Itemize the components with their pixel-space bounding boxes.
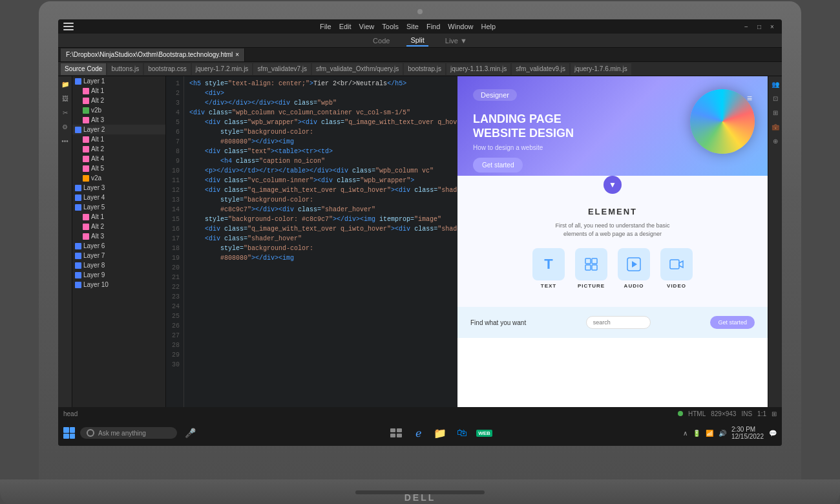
tree-item-alt4[interactable]: Alt 4 [72,154,165,163]
tree-item-alt3-1[interactable]: Alt 3 [72,115,165,125]
volume-icon[interactable]: 🔊 [719,430,726,437]
tree-item-layer5[interactable]: Layer 5 [72,202,165,212]
source-tab-1[interactable]: buttons.js [107,63,143,75]
notification-icon[interactable]: 💬 [769,430,777,437]
taskbar-chevron[interactable]: ∧ [683,430,688,437]
edge-icon[interactable]: ℯ [410,425,426,441]
dell-logo: DELL [404,492,436,503]
menu-edit[interactable]: Edit [339,23,352,30]
tree-item-alt1-5[interactable]: Alt 1 [72,212,165,222]
file-explorer-icon[interactable]: 📁 [432,425,448,441]
windows-logo[interactable] [63,427,75,439]
source-tab-7[interactable]: jquery-1.11.3.min.js [446,63,510,75]
tree-item-alt1-2[interactable]: Alt 1 [72,134,165,144]
right-icon-5[interactable]: ⊕ [770,136,781,146]
tree-item-alt2-1[interactable]: Alt 2 [72,96,165,105]
tree-item-v2a[interactable]: v2a [72,173,165,183]
menu-help[interactable]: Help [481,23,496,30]
tree-item-layer6[interactable]: Layer 6 [72,241,165,251]
source-tab-2[interactable]: bootstrap.css [144,63,190,75]
tree-item-layer1[interactable]: Layer 1 [72,76,165,86]
taskbar-search[interactable]: Ask me anything [80,427,177,439]
source-tab-3[interactable]: jquery-1.7.2.min.js [192,63,253,75]
status-grid-icon[interactable]: ⊞ [772,410,777,417]
site-footer-btn[interactable]: Get started [710,316,755,329]
tree-item-layer3[interactable]: Layer 3 [72,183,165,193]
site-search-input[interactable] [586,316,651,329]
right-icon-4[interactable]: 💼 [770,121,781,132]
menu-site[interactable]: Site [406,23,419,30]
site-scroll-btn[interactable]: ▼ [604,176,622,194]
right-icon-3[interactable]: ⊞ [770,107,781,118]
menu-view[interactable]: View [359,23,375,30]
status-green-dot [678,411,683,416]
web-badge[interactable]: WEB [476,430,492,437]
dreamweaver-app: File Edit View Tools Site Find Window He… [58,19,782,446]
source-tab-0[interactable]: Source Code [61,63,106,75]
tree-item-alt1-1[interactable]: Alt 1 [72,86,165,96]
minimize-btn[interactable]: − [742,22,751,31]
svg-rect-8 [390,428,395,432]
maximize-btn[interactable]: □ [755,22,764,31]
taskbar: Ask me anything 🎤 [58,420,782,446]
tree-item-alt3-5[interactable]: Alt 3 [72,231,165,241]
settings-icon[interactable]: ⚙ [60,121,70,132]
tree-item-layer4[interactable]: Layer 4 [72,193,165,202]
source-tab-4[interactable]: sfm_validatev7.js [253,63,311,75]
code-content[interactable]: 12345 678910 1112131415 1617181920 21222… [166,76,457,407]
code-editor: 12345 678910 1112131415 1617181920 21222… [166,76,457,407]
menu-find[interactable]: Find [426,23,440,30]
close-btn[interactable]: × [768,22,777,31]
status-format: HTML [688,410,706,417]
store-icon[interactable]: 🛍 [454,425,470,441]
main-content: 📁 🖼 ✂ ⚙ ••• Layer 1 [58,76,782,407]
site-header: Designer ≡ LANDING PAGEWEBSITE DESIGN Ho… [457,76,768,183]
line-numbers: 12345 678910 1112131415 1617181920 21222… [166,76,184,407]
menu-window[interactable]: Window [448,23,473,30]
tree-item-layer9[interactable]: Layer 9 [72,270,165,280]
view-split-btn[interactable]: Split [406,35,428,47]
files-icon[interactable]: 📁 [60,79,70,89]
tree-item-layer10[interactable]: Layer 10 [72,280,165,289]
right-icon-2[interactable]: ⊡ [770,93,781,103]
tree-item-alt5[interactable]: Alt 5 [72,163,165,173]
battery-icon[interactable]: 🔋 [693,430,700,437]
source-tab-8[interactable]: sfm_validatev9.js [512,63,569,75]
tree-item-alt2-2[interactable]: Alt 2 [72,144,165,154]
tree-item-layer7[interactable]: Layer 7 [72,251,165,260]
site-get-started-btn[interactable]: Get started [473,158,523,173]
status-zoom: 1:1 [757,410,766,417]
assets-icon[interactable]: 🖼 [60,93,70,103]
tree-item-alt2-5[interactable]: Alt 2 [72,222,165,231]
tree-item-v2b[interactable]: v2b [72,105,165,115]
wifi-icon[interactable]: 📶 [706,430,713,437]
tree-item-layer2[interactable]: Layer 2 [72,125,165,134]
task-view-icon[interactable] [388,425,404,441]
designer-label: Designer [473,89,517,101]
snippets-icon[interactable]: ✂ [60,107,70,118]
right-icon-1[interactable]: 👥 [770,79,781,89]
view-code-btn[interactable]: Code [369,36,394,46]
menu-hamburger[interactable] [63,23,74,30]
file-tab-active[interactable]: F:\Dropbox\NinjaStudiox\Oxthm\Bootstrap.… [61,48,245,61]
more-icon[interactable]: ••• [60,136,70,146]
laptop-screen: File Edit View Tools Site Find Window He… [58,19,782,446]
source-tab-9[interactable]: jquery-1.7.6.min.js [571,63,631,75]
source-tab-5[interactable]: sfm_validate_Oxthm/query.js [312,63,403,75]
menu-tools[interactable]: Tools [382,23,399,30]
mic-icon[interactable]: 🎤 [182,425,198,441]
status-left: head [63,410,78,417]
file-tab-close[interactable]: × [235,51,239,58]
menu-file[interactable]: File [320,23,331,30]
search-placeholder: Ask me anything [98,430,146,437]
svg-marker-7 [679,261,683,268]
tree-item-layer8[interactable]: Layer 8 [72,260,165,270]
source-tab-6[interactable]: bootstrap.js [404,63,445,75]
element-title: ELEMENT [473,207,752,216]
view-live-btn[interactable]: Live ▼ [441,36,471,46]
svg-rect-3 [592,265,597,270]
svg-marker-5 [632,261,637,268]
code-lines[interactable]: <h5 style="text-align: center;">Tier 2<b… [184,76,457,407]
window-controls: − □ × [742,22,777,31]
site-icon-picture: PICTURE [575,248,607,289]
